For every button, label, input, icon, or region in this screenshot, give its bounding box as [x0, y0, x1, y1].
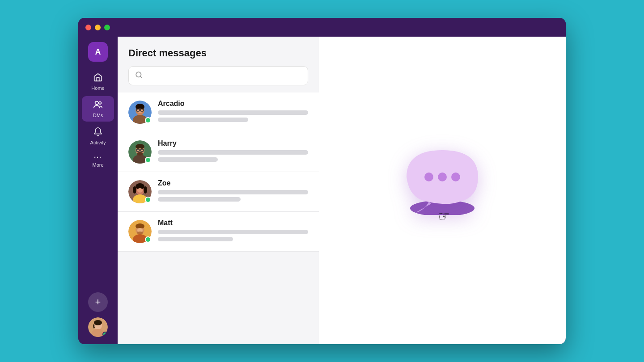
search-input[interactable] — [147, 72, 301, 80]
add-conversation-button[interactable]: + — [88, 292, 108, 312]
harry-preview-1 — [158, 150, 308, 155]
arcadio-info: Arcadio — [158, 100, 308, 125]
harry-online-dot — [145, 157, 151, 163]
dm-item-matt[interactable]: Matt — [118, 212, 319, 252]
plus-icon: + — [95, 296, 101, 308]
arcadio-avatar — [128, 101, 152, 124]
more-icon: ··· — [94, 154, 102, 160]
dms-icon — [93, 100, 103, 111]
dm-panel-title: Direct messages — [128, 47, 308, 59]
dm-item-harry[interactable]: Harry — [118, 132, 319, 172]
sidebar-home-label: Home — [91, 85, 104, 91]
maximize-button[interactable] — [104, 25, 110, 30]
arcadio-name: Arcadio — [158, 100, 308, 108]
harry-info: Harry — [158, 139, 308, 164]
minimize-button[interactable] — [95, 25, 101, 30]
svg-line-7 — [140, 76, 142, 78]
harry-name: Harry — [158, 139, 308, 147]
matt-preview-1 — [158, 230, 308, 234]
mascot-bubble-svg — [402, 146, 483, 215]
mascot-container: ☞ — [393, 146, 491, 235]
dm-list: Arcadio — [118, 93, 319, 344]
svg-point-40 — [438, 173, 447, 181]
svg-point-41 — [451, 173, 460, 181]
svg-point-39 — [424, 173, 433, 181]
sidebar-item-more[interactable]: ··· More — [82, 151, 114, 171]
svg-point-37 — [137, 232, 143, 234]
main-content: Direct messages — [118, 37, 566, 344]
app-window: A Home — [78, 18, 566, 344]
zoe-name: Zoe — [158, 179, 308, 187]
svg-point-5 — [94, 320, 102, 325]
svg-point-21 — [137, 152, 143, 156]
sidebar-user-initial[interactable]: A — [88, 42, 108, 62]
matt-preview-2 — [158, 237, 233, 241]
svg-point-0 — [95, 101, 98, 105]
sidebar-dms-label: DMs — [93, 113, 103, 118]
sidebar: A Home — [78, 37, 118, 344]
chat-area: ☞ — [319, 37, 566, 344]
search-icon — [135, 71, 143, 80]
user-online-status — [102, 332, 108, 337]
app-body: A Home — [78, 37, 566, 344]
zoe-info: Zoe — [158, 179, 308, 204]
dm-item-arcadio[interactable]: Arcadio — [118, 93, 319, 132]
dm-panel: Direct messages — [118, 37, 319, 344]
sidebar-item-home[interactable]: Home — [82, 69, 114, 94]
arcadio-online-dot — [145, 117, 151, 123]
home-icon — [93, 72, 103, 84]
svg-point-1 — [99, 102, 102, 105]
sidebar-item-dms[interactable]: DMs — [82, 96, 114, 122]
matt-name: Matt — [158, 219, 308, 227]
sidebar-more-label: More — [92, 162, 103, 168]
arcadio-preview-2 — [158, 118, 248, 122]
close-button[interactable] — [85, 25, 91, 30]
sidebar-current-user-avatar[interactable] — [88, 317, 108, 337]
activity-icon — [93, 127, 103, 138]
zoe-preview-2 — [158, 197, 241, 202]
dm-item-zoe[interactable]: Zoe — [118, 172, 319, 212]
matt-avatar — [128, 220, 152, 243]
harry-preview-2 — [158, 157, 218, 162]
search-bar[interactable] — [128, 66, 308, 85]
title-bar — [78, 18, 566, 37]
matt-online-dot — [145, 236, 151, 243]
arcadio-preview-1 — [158, 110, 308, 115]
svg-point-30 — [144, 186, 147, 194]
svg-point-29 — [133, 186, 136, 194]
dm-header: Direct messages — [118, 37, 319, 93]
cursor-hand-icon: ☞ — [437, 208, 451, 224]
zoe-online-dot — [145, 197, 151, 203]
matt-info: Matt — [158, 219, 308, 244]
sidebar-item-activity[interactable]: Activity — [82, 123, 114, 149]
svg-point-31 — [137, 188, 143, 193]
harry-avatar — [128, 140, 152, 164]
zoe-avatar — [128, 180, 152, 203]
sidebar-activity-label: Activity — [90, 140, 106, 145]
zoe-preview-1 — [158, 190, 308, 194]
